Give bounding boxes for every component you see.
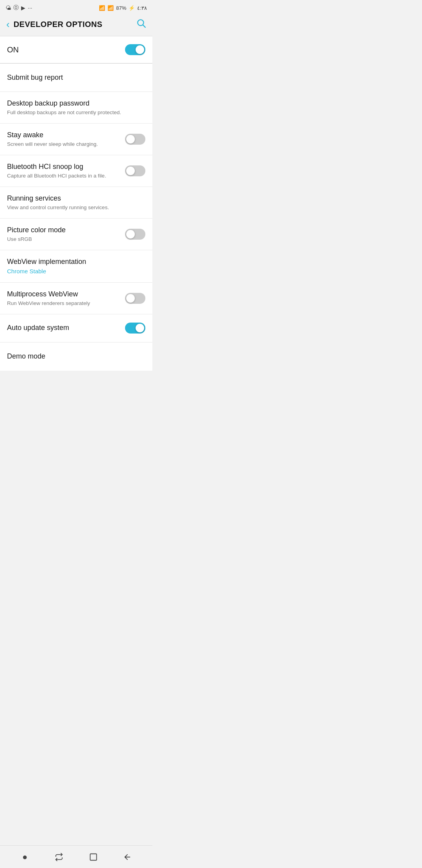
time-display: ٤:٣٨: [137, 5, 147, 11]
settings-list: Submit bug report Desktop backup passwor…: [0, 64, 152, 371]
setting-text: Running services View and control curren…: [7, 194, 145, 211]
setting-title: Submit bug report: [7, 73, 141, 82]
setting-title: Running services: [7, 194, 141, 203]
setting-text: Bluetooth HCI snoop log Capture all Blue…: [7, 162, 125, 179]
auto-update-toggle[interactable]: [125, 323, 145, 334]
alarm-icon: 🌤: [5, 5, 11, 11]
setting-subtitle: Full desktop backups are not currently p…: [7, 109, 141, 116]
toggle-thumb: [136, 324, 144, 332]
back-button[interactable]: ‹: [6, 19, 10, 29]
setting-text: WebView implementation Chrome Stable: [7, 257, 145, 275]
setting-picture-color-mode[interactable]: Picture color mode Use sRGB: [0, 219, 152, 250]
setting-text: Desktop backup password Full desktop bac…: [7, 99, 145, 116]
toggle-thumb: [126, 167, 135, 175]
setting-bluetooth-hci-snoop-log[interactable]: Bluetooth HCI snoop log Capture all Blue…: [0, 155, 152, 187]
svg-line-1: [143, 25, 145, 27]
setting-subtitle: Screen will never sleep while charging.: [7, 141, 120, 148]
bluetooth-hci-toggle[interactable]: [125, 165, 145, 176]
status-icons-left: 🌤 ⓪ ▶ ···: [5, 4, 32, 11]
setting-multiprocess-webview[interactable]: Multiprocess WebView Run WebView rendere…: [0, 283, 152, 314]
toggle-track-off: [125, 165, 145, 176]
battery-percent: 87%: [116, 5, 126, 11]
status-bar: 🌤 ⓪ ▶ ··· 📶 📶 87% ⚡ ٤:٣٨: [0, 0, 152, 14]
setting-stay-awake[interactable]: Stay awake Screen will never sleep while…: [0, 124, 152, 155]
setting-title: Auto update system: [7, 323, 120, 332]
toggle-thumb: [126, 294, 135, 303]
signal-icon: 📶: [107, 5, 114, 11]
setting-title: Picture color mode: [7, 226, 120, 235]
search-button[interactable]: [136, 18, 146, 30]
setting-running-services[interactable]: Running services View and control curren…: [0, 187, 152, 219]
header-left: ‹ DEVELOPER OPTIONS: [6, 19, 102, 29]
setting-text: Stay awake Screen will never sleep while…: [7, 131, 125, 148]
multiprocess-webview-toggle[interactable]: [125, 293, 145, 304]
more-icon: ···: [28, 5, 32, 11]
setting-text: Auto update system: [7, 323, 125, 332]
charging-icon: ⚡: [129, 5, 135, 11]
setting-title: Desktop backup password: [7, 99, 141, 108]
stay-awake-toggle[interactable]: [125, 134, 145, 145]
setting-subtitle-accent: Chrome Stable: [7, 267, 141, 275]
setting-title: Bluetooth HCI snoop log: [7, 162, 120, 171]
header: ‹ DEVELOPER OPTIONS: [0, 14, 152, 36]
toggle-track-on: [125, 323, 145, 334]
setting-subtitle: Use sRGB: [7, 236, 120, 243]
setting-webview-implementation[interactable]: WebView implementation Chrome Stable: [0, 250, 152, 283]
toggle-track-off: [125, 293, 145, 304]
wifi-icon: 📶: [99, 5, 105, 11]
setting-desktop-backup-password[interactable]: Desktop backup password Full desktop bac…: [0, 92, 152, 124]
page-title: DEVELOPER OPTIONS: [14, 20, 102, 29]
setting-text: Submit bug report: [7, 73, 145, 82]
setting-subtitle: Run WebView renderers separately: [7, 300, 120, 307]
toggle-track-off: [125, 134, 145, 145]
setting-auto-update-system[interactable]: Auto update system: [0, 314, 152, 343]
setting-submit-bug-report[interactable]: Submit bug report: [0, 64, 152, 92]
setting-text: Picture color mode Use sRGB: [7, 226, 125, 243]
status-icons-right: 📶 📶 87% ⚡ ٤:٣٨: [99, 5, 147, 11]
toggle-track-on: [125, 44, 145, 55]
setting-title: Stay awake: [7, 131, 120, 140]
setting-title: Multiprocess WebView: [7, 290, 120, 299]
developer-options-toggle[interactable]: [125, 44, 145, 55]
setting-demo-mode[interactable]: Demo mode: [0, 343, 152, 371]
toggle-thumb: [126, 230, 135, 239]
activity-icon: ▶: [21, 5, 25, 11]
setting-subtitle: View and control currently running servi…: [7, 204, 141, 211]
developer-options-on-row[interactable]: ON: [0, 36, 152, 64]
toggle-thumb: [136, 45, 144, 54]
picture-color-toggle[interactable]: [125, 229, 145, 240]
toggle-track-off: [125, 229, 145, 240]
notification-icon: ⓪: [13, 4, 19, 11]
on-label: ON: [7, 45, 19, 54]
setting-text: Demo mode: [7, 352, 145, 361]
toggle-thumb: [126, 135, 135, 143]
setting-text: Multiprocess WebView Run WebView rendere…: [7, 290, 125, 307]
setting-subtitle: Capture all Bluetooth HCI packets in a f…: [7, 172, 120, 179]
setting-title: Demo mode: [7, 352, 141, 361]
setting-title: WebView implementation: [7, 257, 141, 266]
